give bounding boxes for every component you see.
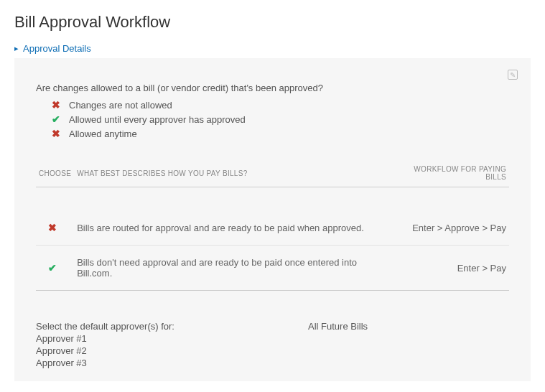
- check-icon: ✔: [52, 113, 63, 125]
- page-title: Bill Approval Workflow: [14, 13, 531, 32]
- col-workflow: WORKFLOW FOR PAYING BILLS: [390, 159, 509, 187]
- approval-details-link[interactable]: ▸ Approval Details: [14, 43, 531, 54]
- cross-icon: ✖: [52, 128, 63, 139]
- option-row: ✔ Allowed until every approver has appro…: [36, 112, 509, 126]
- changes-options: ✖ Changes are not allowed ✔ Allowed unti…: [36, 98, 509, 141]
- cross-icon: ✖: [47, 222, 58, 233]
- changes-question: Are changes allowed to a bill (or vendor…: [36, 83, 509, 93]
- option-label: Changes are not allowed: [69, 100, 172, 111]
- pay-bills-table: CHOOSE WHAT BEST DESCRIBES HOW YOU PAY B…: [36, 159, 509, 314]
- approvers-label: Select the default approver(s) for:: [36, 321, 308, 332]
- caret-right-icon: ▸: [14, 44, 19, 53]
- table-row[interactable]: ✔ Bills don't need approval and are read…: [36, 246, 509, 291]
- approver-item: Approver #1: [36, 333, 308, 345]
- col-choose: CHOOSE: [36, 159, 74, 187]
- row-desc: Bills don't need approval and are ready …: [74, 246, 390, 291]
- approval-details-panel: ✎ Are changes allowed to a bill (or vend…: [14, 58, 531, 381]
- approval-details-label: Approval Details: [23, 43, 91, 54]
- option-row: ✖ Changes are not allowed: [36, 98, 509, 112]
- row-workflow: Enter > Approve > Pay: [390, 210, 509, 246]
- row-workflow: Enter > Pay: [390, 246, 509, 291]
- option-row: ✖ Allowed anytime: [36, 126, 509, 141]
- approvers-block: Select the default approver(s) for: Appr…: [36, 321, 509, 370]
- approvers-scope: All Future Bills: [308, 321, 509, 370]
- edit-icon[interactable]: ✎: [508, 70, 518, 80]
- approver-item: Approver #2: [36, 345, 308, 358]
- cross-icon: ✖: [52, 99, 63, 111]
- col-desc: WHAT BEST DESCRIBES HOW YOU PAY BILLS?: [74, 159, 390, 187]
- approver-item: Approver #3: [36, 358, 308, 370]
- row-desc: Bills are routed for approval and are re…: [74, 210, 390, 246]
- option-label: Allowed until every approver has approve…: [69, 114, 246, 125]
- table-row[interactable]: ✖ Bills are routed for approval and are …: [36, 210, 509, 246]
- check-icon: ✔: [47, 262, 58, 274]
- option-label: Allowed anytime: [69, 129, 137, 139]
